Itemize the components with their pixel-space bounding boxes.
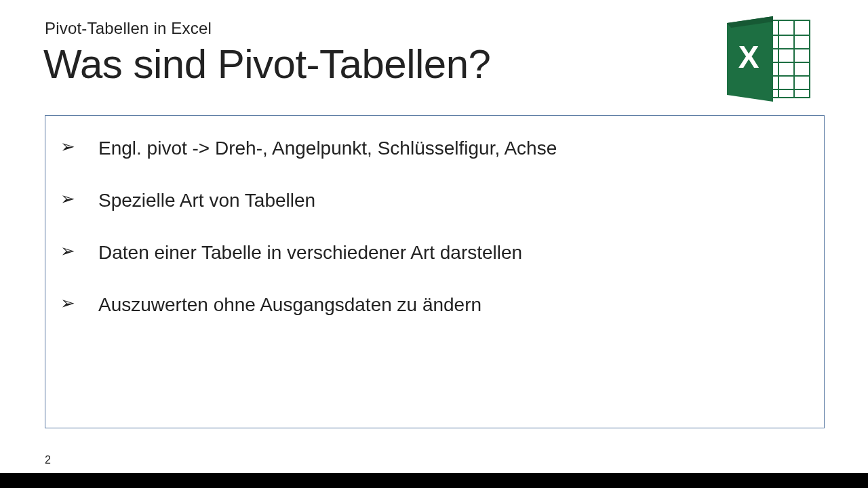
bullet-marker-icon: ➢ — [60, 188, 98, 209]
list-item: ➢ Auszuwerten ohne Ausgangsdaten zu ände… — [60, 293, 809, 317]
page-number: 2 — [45, 454, 51, 466]
svg-text:X: X — [738, 39, 760, 75]
bullet-text: Daten einer Tabelle in verschiedener Art… — [98, 241, 522, 264]
slide: Pivot-Tabellen in Excel Was sind Pivot-T… — [0, 0, 868, 488]
slide-title: Was sind Pivot-Tabellen? — [43, 41, 490, 87]
list-item: ➢ Daten einer Tabelle in verschiedener A… — [60, 241, 809, 264]
bullet-text: Auszuwerten ohne Ausgangsdaten zu ändern — [98, 293, 481, 317]
bullet-marker-icon: ➢ — [60, 136, 98, 157]
bullet-text: Spezielle Art von Tabellen — [98, 188, 315, 212]
bullet-marker-icon: ➢ — [60, 293, 98, 314]
excel-icon: X — [719, 15, 814, 103]
slide-subtitle: Pivot-Tabellen in Excel — [45, 19, 212, 38]
bullet-list: ➢ Engl. pivot -> Dreh-, Angelpunkt, Schl… — [60, 136, 809, 317]
bullet-text: Engl. pivot -> Dreh-, Angelpunkt, Schlüs… — [98, 136, 557, 160]
list-item: ➢ Engl. pivot -> Dreh-, Angelpunkt, Schl… — [60, 136, 809, 160]
bullet-marker-icon: ➢ — [60, 241, 98, 262]
bottom-bar — [0, 473, 868, 488]
list-item: ➢ Spezielle Art von Tabellen — [60, 188, 809, 212]
content-box: ➢ Engl. pivot -> Dreh-, Angelpunkt, Schl… — [45, 115, 825, 428]
